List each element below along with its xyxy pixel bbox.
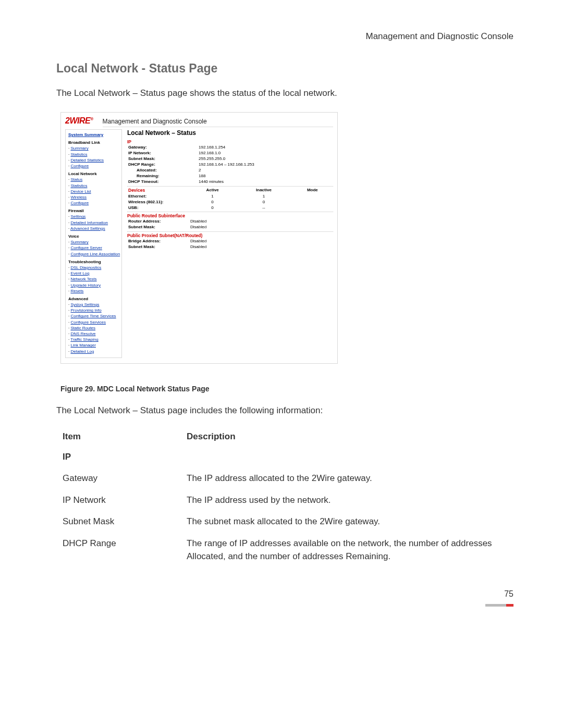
nav-item: Detailed Information	[68, 220, 119, 226]
document-page: Management and Diagnostic Console Local …	[0, 0, 563, 627]
devices-table: Devices Active Inactive Mode Ethernet:11…	[127, 188, 333, 211]
row-label: Subnet Mask:	[127, 156, 198, 162]
nav-item: Advanced Settings	[68, 226, 119, 231]
nav-link[interactable]: Upgrade History	[70, 283, 101, 288]
nav-link[interactable]: Detailed Statistics	[70, 158, 104, 163]
row-value: Disabled	[189, 219, 333, 225]
nav-link[interactable]: Settings	[70, 214, 85, 219]
nav-item: Traffic Shaping	[68, 337, 119, 342]
nav-item: Link Manager	[68, 342, 119, 348]
nav-item: Statistics	[68, 183, 119, 189]
row-label: Allocated:	[127, 168, 198, 174]
nav-link[interactable]: Traffic Shaping	[70, 337, 98, 342]
screenshot-header: 2WIRE® Management and Diagnostic Console	[65, 116, 333, 127]
nav-link[interactable]: Link Manager	[70, 343, 95, 348]
nav-item: Syslog Settings	[68, 302, 119, 307]
device-label: Ethernet:	[127, 193, 189, 199]
nav-item: Settings	[68, 214, 119, 219]
device-row: USB:0--	[127, 205, 333, 211]
col-active: Active	[189, 188, 236, 194]
nav-link[interactable]: Syslog Settings	[70, 302, 99, 307]
divider	[127, 186, 333, 187]
row-value: 255.255.255.0	[198, 156, 333, 162]
nav-link[interactable]: DSL Diagnostics	[70, 265, 101, 270]
col-inactive: Inactive	[236, 188, 292, 194]
row-label: DHCP Timeout:	[127, 179, 198, 185]
row-label: Subnet Mask:	[127, 225, 189, 230]
nav-link[interactable]: Configure Services	[70, 320, 106, 325]
nav-link[interactable]: Configure Time Services	[70, 314, 116, 318]
desc-item: IP Network	[63, 490, 187, 512]
nav-link[interactable]: Provisioning Info	[70, 308, 101, 313]
desc-item: DHCP Range	[63, 534, 187, 569]
nav-link[interactable]: Network Tests	[70, 277, 96, 281]
nav-link[interactable]: Advanced Settings	[70, 226, 105, 231]
nav-item: Provisioning Info	[68, 307, 119, 313]
nav-system-summary[interactable]: System Summary	[68, 132, 119, 138]
nav-link[interactable]: Statistics	[70, 152, 87, 157]
data-row: Bridge Address:Disabled	[127, 239, 333, 244]
nav-item: DSL Diagnostics	[68, 265, 119, 270]
page-number: 75	[56, 589, 513, 599]
screenshot-content: Local Network – Status IP Gateway:192.16…	[125, 129, 333, 358]
nav-sidebar: System Summary Broadband LinkSummaryStat…	[65, 129, 122, 358]
nav-link[interactable]: Status	[70, 177, 82, 182]
nav-link[interactable]: Device List	[70, 189, 91, 194]
nav-link[interactable]: Detailed Information	[70, 220, 108, 225]
row-label: Router Address:	[127, 219, 189, 225]
data-row: DHCP Range:192.168.1.64 – 192.168.1.253	[127, 162, 333, 168]
nav-item: DNS Resolve	[68, 331, 119, 337]
nav-link[interactable]: Summary	[70, 146, 88, 151]
nav-link[interactable]: Configure	[70, 164, 89, 168]
description-table: Item Description IP GatewayThe IP addres…	[63, 428, 513, 569]
device-active: 1	[189, 193, 236, 199]
data-row: IP Network:192.168.1.0	[127, 151, 333, 156]
devices-heading: Devices	[127, 188, 189, 194]
nav-link[interactable]: Summary	[70, 240, 88, 244]
nav-link[interactable]: DNS Resolve	[70, 331, 95, 336]
proxied-heading: Public Proxied Subnet(NAT/Routed)	[127, 233, 333, 239]
device-row: Ethernet:11	[127, 193, 333, 199]
desc-row: DHCP RangeThe range of IP addresses avai…	[63, 534, 513, 569]
data-row: DHCP Timeout:1440 minutes	[127, 179, 333, 185]
desc-subhead: IP	[63, 447, 513, 469]
nav-item: Summary	[68, 239, 119, 245]
desc-row: Subnet MaskThe subnet mask allocated to …	[63, 512, 513, 534]
nav-link[interactable]: Configure Line Association	[70, 252, 120, 256]
nav-item: Detailed Statistics	[68, 157, 119, 163]
nav-group-label: Voice	[68, 233, 119, 239]
nav-link[interactable]: Statistics	[70, 183, 87, 188]
row-value: 192.168.1.64 – 192.168.1.253	[198, 162, 333, 168]
nav-link[interactable]: Resets	[70, 289, 83, 293]
nav-item: Configure Services	[68, 319, 119, 325]
desc-text: The range of IP addresses available on t…	[187, 534, 513, 569]
running-header: Management and Diagnostic Console	[56, 31, 513, 42]
nav-link[interactable]: Wireless	[70, 195, 87, 200]
nav-item: Detailed Log	[68, 349, 119, 354]
info-lead-text: The Local Network – Status page includes…	[56, 405, 513, 416]
nav-group-label: Firewall	[68, 208, 119, 214]
device-row: Wireless (802.11):00	[127, 199, 333, 205]
nav-link[interactable]: Detailed Log	[70, 349, 94, 354]
row-value: 2	[198, 168, 333, 174]
nav-group-label: Broadband Link	[68, 140, 119, 145]
console-title: Management and Diagnostic Console	[103, 116, 333, 127]
nav-link[interactable]: Configure Server	[70, 245, 102, 250]
proxied-table: Bridge Address:DisabledSubnet Mask:Disab…	[127, 239, 333, 250]
divider	[127, 231, 333, 232]
nav-link[interactable]: Configure	[70, 201, 89, 205]
nav-item: Resets	[68, 288, 119, 294]
nav-link[interactable]: Event Log	[70, 271, 89, 276]
device-active: 0	[189, 199, 236, 205]
nav-item: Device List	[68, 189, 119, 194]
nav-item: Wireless	[68, 194, 119, 200]
nav-link[interactable]: Static Routes	[70, 326, 95, 330]
brand-logo: 2WIRE®	[65, 116, 93, 126]
row-value: 1440 minutes	[198, 179, 333, 185]
data-row: Remaining:188	[127, 174, 333, 179]
nav-item: Configure	[68, 163, 119, 169]
col-item: Item	[63, 428, 187, 447]
nav-item: Configure Time Services	[68, 313, 119, 319]
data-row: Router Address:Disabled	[127, 219, 333, 225]
desc-row: IP NetworkThe IP address used by the net…	[63, 490, 513, 512]
